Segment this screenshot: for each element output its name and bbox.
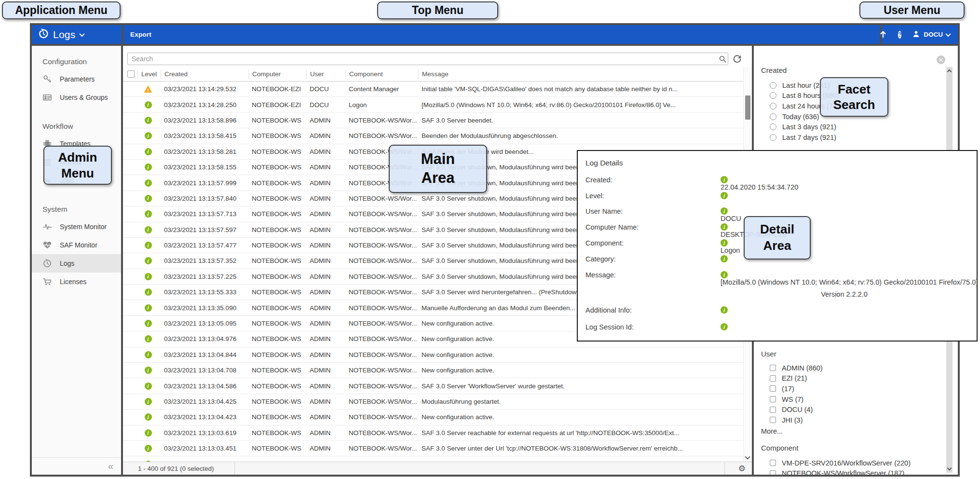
table-row[interactable]: ! 03/23/2021 13:14:29.532 NOTEBOOK-EZI D…: [123, 82, 743, 97]
checkbox-icon[interactable]: [770, 417, 776, 423]
scrollbar-up-arrow[interactable]: [947, 69, 952, 74]
table-row[interactable]: i 03/23/2021 13:13:04.423 NOTEBOOK-WS AD…: [123, 410, 743, 425]
checkbox-icon[interactable]: [770, 470, 776, 475]
sidebar-item-users-groups[interactable]: Users & Groups: [32, 88, 121, 107]
facet-option[interactable]: Last 7 days (921): [770, 132, 939, 143]
table-row[interactable]: i 03/23/2021 13:13:58.896 NOTEBOOK-WS AD…: [123, 113, 743, 128]
refresh-icon[interactable]: [732, 54, 742, 64]
search-input[interactable]: [128, 55, 717, 63]
help-icon[interactable]: ?: [898, 31, 901, 39]
level-icon: i: [145, 226, 152, 233]
scrollbar-thumb[interactable]: [745, 96, 750, 120]
collapse-sidebar-button[interactable]: «: [108, 461, 113, 472]
log-detail-value: i 22.04.2020 15:54:34.720: [721, 176, 968, 191]
sidebar-item-licenses[interactable]: Licenses: [32, 273, 121, 291]
table-row[interactable]: i 03/23/2021 13:13:04.844 NOTEBOOK-WS AD…: [123, 347, 743, 363]
info-icon: i: [721, 255, 728, 262]
table-row[interactable]: i 03/23/2021 13:13:04.586 NOTEBOOK-WS AD…: [123, 378, 743, 394]
facet-option[interactable]: NOTEBOOK-WS/WorkflowServer (187): [770, 468, 939, 475]
facet-option[interactable]: Last 3 days (921): [770, 122, 939, 132]
sidebar-item-saf-monitor[interactable]: SAF Monitor: [32, 236, 121, 254]
level-cell: i: [123, 383, 161, 390]
facet-option[interactable]: JHI (3): [770, 415, 939, 425]
level-icon: i: [145, 383, 152, 390]
checkbox-icon[interactable]: [770, 375, 776, 382]
level-cell: i: [123, 210, 161, 218]
log-detail-field: Additional Info: i: [578, 306, 973, 317]
info-icon: i: [721, 192, 728, 199]
callout-main-area: Main Area: [389, 145, 487, 193]
top-menu-bar: Export: [123, 25, 880, 44]
column-header-user[interactable]: User: [306, 69, 345, 79]
close-icon[interactable]: ✕: [937, 55, 945, 64]
checkbox-icon[interactable]: [770, 385, 776, 392]
message-cell: SAF 3.0 Server beendet.: [418, 117, 743, 124]
table-row[interactable]: i 03/23/2021 13:13:04.708 NOTEBOOK-WS AD…: [123, 363, 743, 378]
user-cell: ADMIN: [306, 117, 345, 124]
facet-option-label: Last 7 days (921): [782, 134, 836, 141]
scrollbar-down-arrow[interactable]: [947, 466, 952, 471]
checkbox-icon[interactable]: [770, 365, 776, 371]
table-row[interactable]: i 03/23/2021 13:13:03.451 NOTEBOOK-WS AD…: [123, 441, 743, 456]
column-header-component[interactable]: Component: [345, 69, 418, 79]
created-cell: 03/23/2021 13:13:58.281: [161, 148, 248, 155]
column-header-message[interactable]: Message: [418, 69, 743, 79]
table-row[interactable]: i 03/23/2021 13:14:28.250 NOTEBOOK-EZI D…: [123, 97, 743, 112]
level-cell: i: [123, 273, 161, 280]
callout-facet-search: Facet Search: [820, 77, 888, 117]
facet-user-list: ADMIN (860) EZI (21) (17) WS (7) DOCU (4…: [770, 363, 939, 425]
user-cell: ADMIN: [306, 398, 345, 405]
component-cell: NOTEBOOK-WS/Wor...: [345, 429, 418, 437]
level-cell: i: [123, 429, 161, 437]
level-icon: i: [145, 304, 152, 312]
level-icon: i: [145, 273, 152, 280]
facet-more-link[interactable]: More...: [761, 427, 783, 435]
facet-option[interactable]: WS (7): [770, 394, 939, 405]
radio-icon[interactable]: [770, 103, 776, 109]
scrollbar-down-arrow[interactable]: [745, 454, 750, 459]
log-detail-label: Component:: [585, 239, 624, 247]
facet-header-component: Component: [761, 444, 799, 452]
column-header-level[interactable]: Level: [137, 69, 161, 79]
export-menu-item[interactable]: Export: [130, 31, 151, 38]
radio-icon[interactable]: [770, 82, 776, 89]
table-row[interactable]: i 03/23/2021 13:13:04.425 NOTEBOOK-WS AD…: [123, 394, 743, 410]
table-row[interactable]: i 03/23/2021 13:13:01.322 NOTEBOOK-WS AD…: [123, 456, 743, 462]
user-cell: ADMIN: [306, 445, 345, 452]
checkbox-icon[interactable]: [770, 460, 776, 466]
radio-icon[interactable]: [770, 123, 776, 130]
upload-arrow-icon[interactable]: [879, 29, 887, 40]
level-cell: i: [123, 195, 161, 202]
facet-option[interactable]: ADMIN (860): [770, 363, 939, 373]
search-icon[interactable]: [717, 55, 728, 63]
level-icon: i: [145, 164, 152, 171]
table-row[interactable]: i 03/23/2021 13:13:58.415 NOTEBOOK-WS AD…: [123, 128, 743, 144]
component-cell: NOTEBOOK-WS/Wor...: [345, 210, 418, 218]
column-header-created[interactable]: Created: [161, 69, 248, 79]
gear-icon[interactable]: ⚙: [738, 462, 746, 475]
facet-option[interactable]: EZI (21): [770, 373, 939, 384]
facet-option[interactable]: (17): [770, 383, 939, 394]
facet-option[interactable]: DOCU (4): [770, 404, 939, 415]
sidebar-item-logs[interactable]: Logs: [32, 254, 121, 273]
application-menu-button[interactable]: Logs: [32, 25, 122, 44]
component-cell: NOTEBOOK-WS/Wor...: [345, 367, 418, 374]
radio-icon[interactable]: [770, 134, 776, 141]
select-all-checkbox[interactable]: [127, 70, 135, 78]
log-detail-label: Created:: [585, 176, 612, 184]
search-bar: [127, 53, 728, 65]
message-cell: SAF 3.0 Server 'WorkflowServer' wurde ge…: [418, 383, 743, 390]
sidebar-item-parameters[interactable]: Parameters: [32, 70, 121, 88]
message-cell: Beenden der Modulausführung abgeschlosse…: [418, 132, 743, 139]
checkbox-icon[interactable]: [770, 407, 776, 413]
user-menu-button[interactable]: DOCU: [912, 30, 950, 40]
column-header-computer[interactable]: Computer: [248, 69, 306, 79]
checkbox-icon[interactable]: [770, 396, 776, 402]
level-icon: i: [145, 445, 152, 452]
sidebar-item-system-monitor[interactable]: System Monitor: [32, 218, 121, 236]
facet-option[interactable]: VM-DPE-SRV2016/WorkflowServer (220): [770, 458, 939, 468]
radio-icon[interactable]: [770, 92, 776, 99]
callout-detail-area: Detail Area: [744, 216, 811, 260]
table-row[interactable]: i 03/23/2021 13:13:03.619 NOTEBOOK-WS AD…: [123, 425, 743, 441]
radio-icon[interactable]: [770, 113, 776, 120]
